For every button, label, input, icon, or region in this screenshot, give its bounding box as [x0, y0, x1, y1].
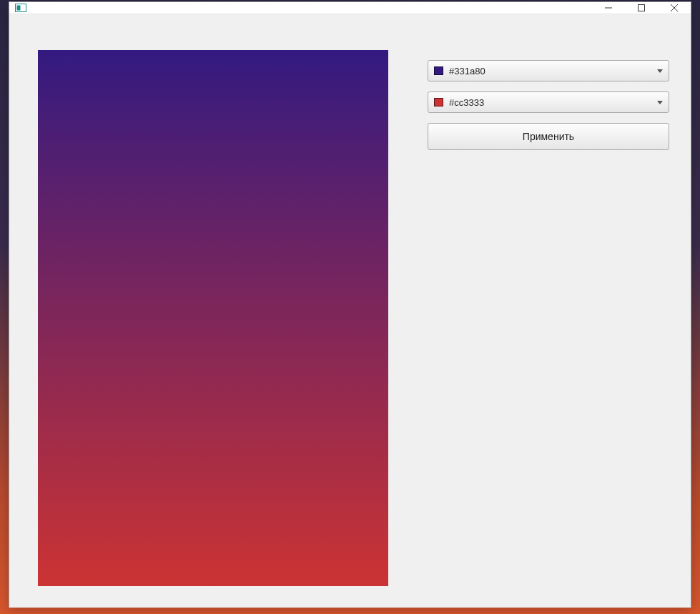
apply-button[interactable]: Применить — [428, 123, 669, 150]
color-swatch-icon — [434, 66, 443, 75]
color-bottom-combo[interactable]: #cc3333 — [428, 91, 669, 113]
app-icon — [15, 2, 26, 14]
color-bottom-label: #cc3333 — [449, 97, 657, 108]
title-left — [9, 2, 32, 14]
minimize-button[interactable] — [592, 2, 625, 14]
titlebar[interactable] — [9, 2, 691, 14]
svg-rect-1 — [17, 6, 21, 11]
window-controls — [592, 2, 691, 14]
application-window: #331a80 #cc3333 Применить — [9, 1, 691, 608]
client-area: #331a80 #cc3333 Применить — [9, 14, 691, 608]
gradient-preview — [38, 50, 388, 586]
svg-rect-3 — [639, 5, 645, 11]
apply-button-label: Применить — [523, 131, 574, 142]
chevron-down-icon — [657, 69, 663, 73]
maximize-button[interactable] — [625, 2, 658, 14]
chevron-down-icon — [657, 101, 663, 104]
color-top-label: #331a80 — [449, 66, 657, 76]
color-swatch-icon — [434, 98, 443, 107]
color-top-combo[interactable]: #331a80 — [428, 60, 669, 81]
controls-panel: #331a80 #cc3333 Применить — [428, 50, 669, 586]
close-button[interactable] — [658, 2, 691, 14]
